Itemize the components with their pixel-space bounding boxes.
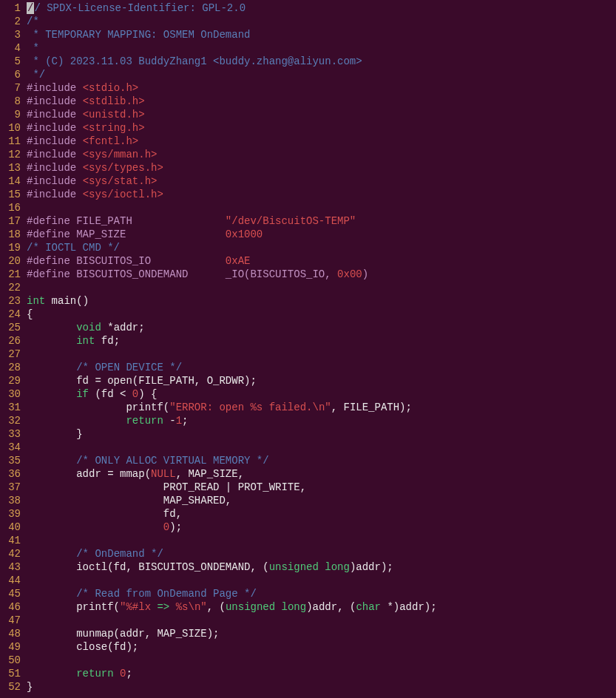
code-line: printf("ERROR: open %s failed.\n", FILE_… <box>27 401 616 414</box>
line-number: 45 <box>0 587 21 600</box>
code-line: #include <sys/stat.h> <box>27 174 616 188</box>
line-number: 14 <box>0 174 21 188</box>
code-line: 0); <box>27 521 616 534</box>
token: long <box>325 561 350 573</box>
code-line: #include <string.h> <box>27 121 616 135</box>
line-number: 29 <box>0 374 21 387</box>
token <box>169 601 175 613</box>
line-number: 6 <box>0 68 21 81</box>
token: /* <box>27 16 39 27</box>
code-line: if (fd < 0) { <box>27 387 616 401</box>
code-line: /* IOCTL CMD */ <box>27 241 616 254</box>
token: } <box>27 428 83 440</box>
token: main() <box>45 295 89 307</box>
code-line <box>27 201 616 214</box>
line-number: 32 <box>0 414 21 427</box>
token <box>27 588 76 600</box>
code-area[interactable]: // SPDX-License-Identifier: GPL-2.0/* * … <box>27 1 616 694</box>
line-number: 23 <box>0 294 21 308</box>
line-number: 28 <box>0 361 21 374</box>
line-number: 10 <box>0 121 21 135</box>
code-line: #include <stdio.h> <box>27 81 616 95</box>
token: int <box>27 295 45 307</box>
code-line: { <box>27 308 616 321</box>
code-line <box>27 441 616 454</box>
line-number: 26 <box>0 334 21 348</box>
token <box>27 455 76 467</box>
token: return <box>126 415 163 427</box>
code-line: printf("%#lx => %s\n", (unsigned long)ad… <box>27 600 616 614</box>
code-line: fd = open(FILE_PATH, O_RDWR); <box>27 374 616 387</box>
line-number: 19 <box>0 241 21 254</box>
token: )addr); <box>350 561 393 573</box>
token: <stdlib.h> <box>83 95 145 107</box>
line-number: 52 <box>0 680 21 694</box>
token: )addr, ( <box>306 601 356 613</box>
token: */ <box>27 69 45 81</box>
code-line: #include <fcntl.h> <box>27 135 616 148</box>
line-number: 15 <box>0 188 21 201</box>
line-number: 42 <box>0 547 21 560</box>
token: #include <box>27 149 83 160</box>
token: , FILE_PATH); <box>331 401 412 413</box>
code-line: /* OnDemand */ <box>27 547 616 560</box>
code-line: return 0; <box>27 667 616 680</box>
code-line: #define MAP_SIZE 0x1000 <box>27 228 616 241</box>
token: #include <box>27 109 83 121</box>
line-number: 16 <box>0 201 21 214</box>
token <box>27 521 163 533</box>
token: *addr; <box>101 322 145 333</box>
code-line: } <box>27 427 616 441</box>
token <box>27 668 76 680</box>
token: 0 <box>163 521 169 533</box>
line-number: 46 <box>0 600 21 614</box>
token: #include <box>27 175 83 187</box>
line-number-gutter: 1234567891011121314151617181920212223242… <box>0 1 27 694</box>
code-line: ioctl(fd, BISCUITOS_ONDEMAND, (unsigned … <box>27 560 616 574</box>
token: 1 <box>176 415 182 427</box>
line-number: 8 <box>0 95 21 108</box>
line-number: 5 <box>0 55 21 68</box>
line-number: 48 <box>0 627 21 640</box>
code-line: // SPDX-License-Identifier: GPL-2.0 <box>27 1 616 15</box>
code-line: close(fd); <box>27 640 616 654</box>
code-line: #include <unistd.h> <box>27 108 616 121</box>
token <box>27 362 76 373</box>
code-line: #define BISCUITOS_IO 0xAE <box>27 254 616 268</box>
token: #include <box>27 82 83 94</box>
token: / SPDX-License-Identifier: GPL-2.0 <box>34 2 246 14</box>
token: close(fd); <box>27 641 138 653</box>
token: ) { <box>138 388 157 400</box>
code-line: * <box>27 41 616 55</box>
token: int <box>76 335 95 347</box>
line-number: 24 <box>0 308 21 321</box>
line-number: 27 <box>0 348 21 361</box>
token: <sys/types.h> <box>83 162 163 174</box>
token: <unistd.h> <box>83 109 145 121</box>
token: #define BISCUITOS_ONDEMAND _IO(BISCUITOS… <box>27 268 337 280</box>
token: 0x00 <box>337 268 362 280</box>
code-line: /* Read from OnDemand Page */ <box>27 587 616 600</box>
code-line: #include <stdlib.h> <box>27 95 616 108</box>
token: NULL <box>151 468 176 480</box>
token: /* Read from OnDemand Page */ <box>76 588 257 600</box>
token: void <box>76 322 101 333</box>
token <box>27 335 76 347</box>
token <box>275 601 281 613</box>
token: ioctl(fd, BISCUITOS_ONDEMAND, ( <box>27 561 269 573</box>
code-line: /* <box>27 15 616 28</box>
token <box>27 548 76 560</box>
token: #include <box>27 135 83 147</box>
token: , ( <box>207 601 226 613</box>
code-line <box>27 614 616 627</box>
code-line <box>27 348 616 361</box>
token: #define FILE_PATH <box>27 215 226 227</box>
token: ) <box>362 268 368 280</box>
token: PROT_READ | PROT_WRITE, <box>27 481 306 493</box>
code-line: addr = mmap(NULL, MAP_SIZE, <box>27 467 616 481</box>
line-number: 33 <box>0 427 21 441</box>
code-line: * TEMPORARY MAPPING: OSMEM OnDemand <box>27 28 616 41</box>
line-number: 21 <box>0 268 21 281</box>
code-line <box>27 654 616 667</box>
token: * TEMPORARY MAPPING: OSMEM OnDemand <box>27 29 250 41</box>
